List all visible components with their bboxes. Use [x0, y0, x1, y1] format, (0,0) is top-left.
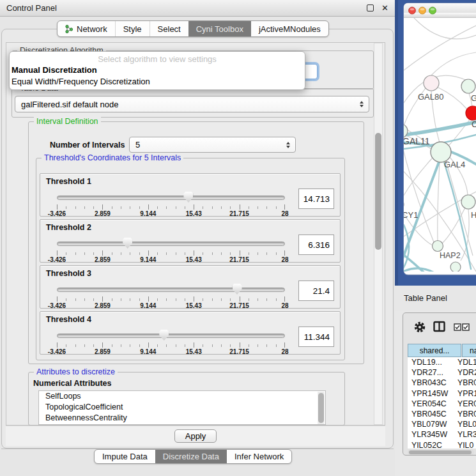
column-header-shared-name[interactable]: shared... — [408, 344, 461, 357]
threshold-1-label: Threshold 1 — [46, 177, 91, 186]
table-panel-title: Table Panel — [404, 293, 447, 303]
threshold-3-slider[interactable]: -3.4262.8599.14415.4321.71528 — [57, 283, 285, 307]
slider-track[interactable] — [57, 288, 285, 292]
tab-infer-network[interactable]: Infer Network — [227, 450, 291, 463]
table-data-combo[interactable]: galFiltered.sif default node — [15, 96, 369, 112]
threshold-1-slider[interactable]: -3.4262.8599.14415.4321.71528 — [57, 191, 285, 215]
threshold-1-panel: Threshold 1 -3.4262.8599.14415.4321.7152… — [40, 173, 341, 217]
node-table-body: YDL19...YDL1 YDR27...YDR2 YBR043CYBR0 YP… — [408, 357, 476, 449]
node-top-right[interactable] — [461, 79, 475, 93]
tab-impute-data-label: Impute Data — [102, 452, 148, 461]
algorithm-option-manual[interactable]: Manual Discretization — [10, 65, 305, 76]
slider-ticks — [57, 342, 285, 348]
node-selected-red[interactable] — [466, 106, 476, 120]
table-row[interactable]: YBL079WYBL0 — [408, 419, 476, 429]
node-right-h[interactable] — [461, 195, 475, 209]
close-icon[interactable]: ✕ — [381, 4, 388, 12]
tab-jactivemnodules[interactable]: jActiveMNodules — [251, 21, 328, 36]
threshold-3-label: Threshold 3 — [46, 269, 91, 278]
column-header-name[interactable]: na — [462, 344, 476, 357]
tab-cyni-toolbox-label: Cyni Toolbox — [196, 24, 243, 34]
node-label-gal80: GAL80 — [418, 92, 443, 102]
slider-track[interactable] — [57, 242, 285, 246]
tab-network-label: Network — [77, 24, 107, 34]
algorithm-dropdown-popup: Select algorithm to view settings Manual… — [9, 51, 305, 90]
tab-select-label: Select — [158, 24, 181, 34]
tab-infer-network-label: Infer Network — [234, 452, 284, 461]
list-item-betweennesscentrality[interactable]: BetweennessCentrality — [39, 413, 325, 424]
mac-minimize-button[interactable] — [419, 7, 426, 14]
network-tab-icon — [65, 24, 73, 34]
tab-network[interactable]: Network — [58, 21, 115, 36]
column-view-icon[interactable] — [433, 321, 445, 332]
threshold-4-panel: Threshold 4 -3.4262.8599.14415.4321.7152… — [40, 311, 341, 355]
checkbox-filter-icon-1[interactable] — [454, 323, 461, 331]
node-gal80[interactable] — [424, 75, 439, 91]
slider-ticks — [57, 296, 285, 302]
tab-select[interactable]: Select — [150, 21, 188, 36]
list-scrollbar[interactable] — [318, 392, 325, 424]
panel-scrollbar-thumb[interactable] — [375, 133, 381, 250]
table-row[interactable]: YLR345WYLR3 — [408, 429, 476, 440]
table-horizontal-scrollbar-thumb[interactable] — [409, 450, 472, 454]
node-label-gal4: GAL4 — [444, 160, 465, 169]
slider-thumb[interactable] — [233, 284, 242, 295]
threshold-2-slider[interactable]: -3.4262.8599.14415.4321.71528 — [57, 237, 285, 261]
slider-track[interactable] — [57, 334, 285, 338]
slider-ticks — [57, 204, 285, 210]
tab-style-label: Style — [123, 24, 142, 34]
threshold-4-value-field[interactable]: 11.344 — [298, 326, 334, 347]
tab-discretize-data[interactable]: Discretize Data — [155, 450, 227, 463]
right-side-panels: GAL80 G C GAL11 GAL4 GCY1 H HAP2 Table P… — [395, 0, 476, 476]
interval-definition-title: Interval Definition — [34, 117, 101, 126]
slider-thumb[interactable] — [159, 330, 169, 341]
table-row[interactable]: YDR27...YDR2 — [408, 367, 476, 378]
node-bottom[interactable] — [450, 262, 461, 272]
table-row[interactable]: YPR145WYPR1 — [408, 388, 476, 399]
table-row[interactable]: YBR045CYBR0 — [408, 409, 476, 419]
threshold-2-value-field[interactable]: 6.316 — [298, 234, 334, 255]
table-row[interactable]: YDL19...YDL1 — [408, 357, 476, 367]
list-item-topologicalcoefficient[interactable]: TopologicalCoefficient — [39, 402, 325, 413]
node-label-h-cut: H — [471, 210, 476, 220]
tab-cyni-toolbox[interactable]: Cyni Toolbox — [188, 21, 251, 36]
list-item-selfloops[interactable]: SelfLoops — [39, 391, 325, 402]
threshold-1-value-field[interactable]: 14.713 — [298, 188, 334, 209]
table-row[interactable]: YER054CYER0 — [408, 399, 476, 409]
threshold-coordinates-title: Threshold's Coordinates for 5 Intervals — [42, 153, 183, 162]
float-window-icon[interactable] — [367, 4, 374, 12]
threshold-4-label: Threshold 4 — [46, 315, 91, 324]
tab-impute-data[interactable]: Impute Data — [95, 450, 155, 463]
slider-thumb[interactable] — [123, 238, 132, 249]
apply-button[interactable]: Apply — [174, 429, 217, 443]
table-horizontal-scrollbar[interactable] — [408, 450, 474, 455]
table-settings-gear-icon[interactable] — [413, 321, 426, 334]
algorithm-popup-hint: Select algorithm to view settings — [10, 54, 305, 65]
combo-stepper-icon — [360, 101, 364, 107]
slider-track[interactable] — [57, 196, 285, 200]
threshold-4-slider[interactable]: -3.4262.8599.14415.4321.71528 — [57, 329, 285, 353]
node-hap2[interactable] — [433, 241, 443, 252]
table-panel-box: shared... na YDL19...YDL1 YDR27...YDR2 Y… — [403, 312, 476, 456]
mac-zoom-button[interactable] — [429, 7, 436, 14]
node-label-g-cut: G — [471, 93, 476, 103]
threshold-2-panel: Threshold 2 -3.4262.8599.14415.4321.7152… — [40, 219, 341, 263]
cytoscape-workspace: Control Panel ✕ Network Style — [0, 0, 476, 476]
slider-thumb[interactable] — [183, 192, 193, 203]
table-row[interactable]: YIL052CYIL0 — [408, 440, 476, 449]
tab-jactivemnodules-label: jActiveMNodules — [259, 24, 321, 34]
tab-style[interactable]: Style — [115, 21, 150, 36]
tab-discretize-data-label: Discretize Data — [163, 452, 219, 461]
checkbox-filter-icon-2[interactable] — [462, 323, 470, 331]
number-of-intervals-value: 5 — [135, 140, 140, 150]
mac-close-button[interactable] — [409, 7, 416, 14]
number-of-intervals-combo[interactable]: 5 — [129, 137, 296, 153]
panel-scrollbar[interactable] — [374, 43, 383, 425]
attributes-group-title: Attributes to discretize — [34, 367, 118, 376]
slider-tick-labels: -3.4262.8599.14415.4321.71528 — [57, 348, 285, 356]
list-scrollbar-thumb[interactable] — [318, 393, 324, 423]
algorithm-option-equal-width[interactable]: Equal Width/Frequency Discretization — [10, 76, 305, 88]
bottom-tab-strip: Impute Data Discretize Data Infer Networ… — [94, 449, 292, 464]
threshold-3-value-field[interactable]: 21.4 — [298, 280, 334, 301]
table-row[interactable]: YBR043CYBR0 — [408, 378, 476, 388]
